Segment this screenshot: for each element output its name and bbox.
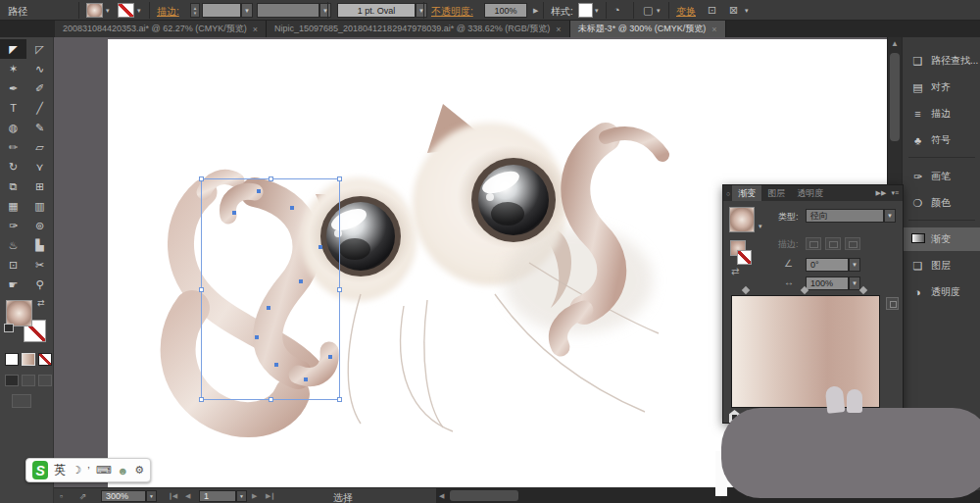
select-similar-icon[interactable]: ▢ xyxy=(643,4,653,17)
anchor-point[interactable] xyxy=(318,245,322,249)
gradient-button[interactable] xyxy=(22,353,35,366)
fill-swatch[interactable] xyxy=(86,3,103,18)
aspect-ratio-field[interactable]: 100% ▼ xyxy=(806,277,849,290)
vertical-scrollbar-thumb[interactable] xyxy=(890,53,900,141)
angle-field[interactable]: 0° ▼ xyxy=(806,258,849,272)
tab-transparency[interactable]: 透明度 xyxy=(791,185,829,201)
first-artboard-icon[interactable]: ❙◀ xyxy=(168,492,176,500)
stepper-down-icon[interactable]: ▾ xyxy=(194,11,197,16)
eyedropper-tool[interactable]: ✑ xyxy=(0,216,26,235)
none-button[interactable] xyxy=(38,353,52,366)
eraser-tool[interactable]: ▱ xyxy=(26,137,53,157)
hand-tool[interactable]: ☛ xyxy=(0,275,26,294)
anchor-point[interactable] xyxy=(267,306,270,310)
style-swatch[interactable] xyxy=(578,3,593,18)
type-tool[interactable]: T xyxy=(0,98,26,118)
artboard-tool[interactable]: ⊡ xyxy=(0,255,26,275)
zoom-level-field[interactable]: 300% ▼ xyxy=(101,490,146,502)
artboard-number-field[interactable]: 1 ▼ xyxy=(199,490,236,502)
opacity-dropdown-icon[interactable]: ▶ xyxy=(533,7,538,15)
perspective-grid-tool[interactable]: ⊞ xyxy=(26,176,53,196)
panel-expand-icon[interactable]: ▶▶ xyxy=(876,189,887,197)
stroke-weight-stepper[interactable]: ▴ ▾ xyxy=(190,3,200,18)
last-artboard-icon[interactable]: ▶❙ xyxy=(266,492,274,500)
prev-artboard-icon[interactable]: ◀ xyxy=(185,492,189,500)
anchor-point[interactable] xyxy=(257,189,261,193)
tab-layers[interactable]: 图层 xyxy=(761,185,791,201)
anchor-point[interactable] xyxy=(232,211,236,215)
column-graph-tool[interactable]: ▙ xyxy=(26,235,53,255)
variable-width-dropdown[interactable]: ▼ xyxy=(257,3,319,18)
gradient-thumbnail-dropdown-icon[interactable]: ▾ xyxy=(759,223,762,230)
gradient-thumbnail[interactable] xyxy=(729,207,755,232)
stroke-weight-field[interactable]: ▼ xyxy=(202,3,241,18)
draw-inside-button[interactable] xyxy=(38,375,52,386)
blob-brush-tool[interactable]: ✐ xyxy=(26,78,53,98)
dock-item-transparency[interactable]: ◑ 透明度 xyxy=(903,280,980,304)
stroke-swatch[interactable] xyxy=(118,3,134,18)
angle-dropdown-icon[interactable]: ▼ xyxy=(849,258,860,272)
stroke-gradient-within-button[interactable] xyxy=(806,237,821,250)
panel-menu-icon[interactable]: ▾≡ xyxy=(891,189,899,197)
paintbrush-tool[interactable]: ✎ xyxy=(26,118,53,137)
select-similar-dropdown-icon[interactable]: ▾ xyxy=(657,7,661,15)
zoom-dropdown-icon[interactable]: ▼ xyxy=(146,490,157,502)
style-dropdown-icon[interactable]: ▾ xyxy=(595,7,599,15)
arrange-dropdown-icon[interactable]: ▾ xyxy=(745,7,749,15)
transform-link[interactable]: 变换 xyxy=(676,5,696,19)
dock-item-align[interactable]: ▤ 对齐 xyxy=(903,75,980,99)
slice-tool[interactable]: ✂ xyxy=(26,255,53,275)
mini-stroke-swatch[interactable] xyxy=(737,250,752,265)
magic-wand-tool[interactable]: ✶ xyxy=(0,59,26,78)
lasso-tool[interactable]: ∿ xyxy=(26,59,53,78)
dock-item-color[interactable]: ❍ 颜色 xyxy=(903,191,980,215)
direct-selection-tool[interactable]: ◸ xyxy=(26,39,53,59)
gradient-type-dropdown-icon[interactable]: ▼ xyxy=(884,209,896,223)
zoom-tool[interactable]: ⚲ xyxy=(26,275,53,294)
fill-dropdown-icon[interactable]: ▾ xyxy=(106,7,110,15)
wrench-icon[interactable]: ⚙ xyxy=(134,464,144,477)
anchor-point[interactable] xyxy=(290,206,294,210)
document-tab[interactable]: 200831084420353.ai* @ 62.27% (CMYK/预览) × xyxy=(55,21,267,37)
stroke-gradient-across-button[interactable] xyxy=(845,237,860,250)
opacity-field[interactable]: 100% xyxy=(484,3,527,18)
swap-fill-stroke-icon[interactable]: ⇄ xyxy=(37,298,45,308)
sogou-logo-icon[interactable]: S xyxy=(32,461,48,479)
moon-icon[interactable]: ☽ xyxy=(72,464,81,477)
gradient-midpoint[interactable] xyxy=(742,286,750,294)
gradient-type-select[interactable]: 径向 ▼ xyxy=(806,209,884,223)
document-tab[interactable]: Nipic_15097685_20180412182947978039.ai* … xyxy=(267,21,570,37)
reverse-gradient-icon[interactable]: ⇄ xyxy=(731,266,739,277)
ellipse-tool[interactable]: ◍ xyxy=(0,118,26,137)
close-icon[interactable]: × xyxy=(556,25,561,34)
dock-item-gradient[interactable]: 渐变 xyxy=(903,227,980,251)
pen-tool[interactable]: ✒ xyxy=(0,78,26,98)
close-icon[interactable]: × xyxy=(253,25,258,34)
dock-item-brushes[interactable]: ✑ 画笔 xyxy=(903,165,980,188)
artboard-dropdown-icon[interactable]: ▼ xyxy=(236,490,247,502)
punctuation-icon[interactable]: ’ xyxy=(87,465,89,477)
screen-mode-button[interactable] xyxy=(12,394,31,408)
dock-item-layers[interactable]: ❏ 图层 xyxy=(903,254,980,277)
width-tool[interactable]: ⋎ xyxy=(26,157,53,176)
anchor-point[interactable] xyxy=(304,377,308,381)
horizontal-scrollbar-thumb[interactable] xyxy=(450,490,518,501)
stroke-weight-dropdown-icon[interactable]: ▼ xyxy=(241,3,253,18)
stroke-link[interactable]: 描边: xyxy=(157,5,179,19)
draw-normal-button[interactable] xyxy=(5,375,19,386)
recolor-artwork-icon[interactable]: ◔ xyxy=(613,4,620,16)
mesh-tool[interactable]: ▦ xyxy=(0,196,26,216)
aspect-dropdown-icon[interactable]: ▼ xyxy=(849,277,860,290)
next-artboard-icon[interactable]: ▶ xyxy=(252,492,256,500)
stroke-dropdown-icon[interactable]: ▾ xyxy=(137,7,141,15)
scroll-up-icon[interactable]: ▲ xyxy=(888,39,902,48)
keyboard-icon[interactable]: ⌨ xyxy=(96,464,112,477)
anchor-point[interactable] xyxy=(328,355,332,359)
anchor-point[interactable] xyxy=(274,363,278,367)
export-icon[interactable]: ⇗ xyxy=(79,491,87,501)
dock-item-symbols[interactable]: ♣ 符号 xyxy=(903,128,980,152)
variable-width-dropdown-icon[interactable]: ▼ xyxy=(319,3,331,18)
symbol-sprayer-tool[interactable]: ♨ xyxy=(0,235,26,255)
ime-language-toggle[interactable]: 英 xyxy=(54,462,66,478)
default-fill-stroke-icon[interactable] xyxy=(4,324,14,332)
